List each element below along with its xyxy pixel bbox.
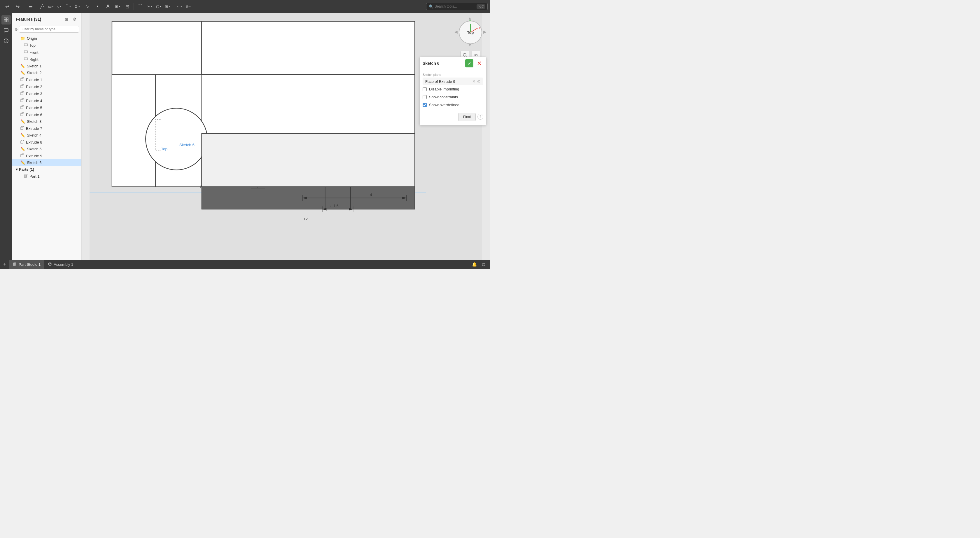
sketch-plane-clear-button[interactable]: ✕ [472,79,476,84]
align-tool-button[interactable]: ⊟ [123,2,132,11]
svg-rect-32 [21,127,23,129]
arc-tool-button[interactable]: ⌒ ▾ [64,2,72,11]
select-tool-button[interactable]: ☰ [26,2,35,11]
feature-item-front[interactable]: Front [12,49,81,56]
tab-assembly[interactable]: Assembly 1 [45,259,77,269]
search-input[interactable] [434,5,476,8]
feature-item-sketch6[interactable]: ✏️ Sketch 6 [12,159,81,166]
bottom-notifications-btn[interactable]: 🔔 [470,260,478,268]
assembly-tab-icon [48,262,52,267]
sketch-icon-2: ✏️ [21,71,25,75]
sidebar-features-icon[interactable] [2,15,11,24]
toolbar: ↩ ↪ ☰ ╱ ▾ ▭ ▾ ○ ▾ ⌒ ▾ ⚙ ▾ ∿ • A ⊞ ▾ ⊟ ⌒ … [0,0,490,13]
filter-input[interactable] [19,25,79,33]
fillet-tool-button[interactable]: ⌒ [135,2,145,11]
feature-item-sketch4[interactable]: ✏️ Sketch 4 [12,132,81,138]
feature-panel-timer-btn[interactable]: ⏱ [71,16,78,23]
final-button[interactable]: Final [458,113,476,121]
pattern-icon: ⬡ [156,5,159,9]
extrude7-label: Extrude 7 [26,126,42,131]
feature-item-extrude4[interactable]: Extrude 4 [12,97,81,104]
disable-imprinting-checkbox[interactable] [423,87,427,91]
sketch-timer-icon[interactable]: ⏱ [477,80,480,84]
extrude-icon-6 [21,112,24,117]
feature-item-extrude2[interactable]: Extrude 2 [12,83,81,90]
text-tool-button[interactable]: A [103,2,113,11]
search-shortcut: ⌥C [477,5,485,9]
feature-item-extrude8[interactable]: Extrude 8 [12,138,81,146]
feature-item-sketch1[interactable]: ✏️ Sketch 1 [12,63,81,70]
bottom-settings-btn[interactable]: ⚖ [479,260,488,268]
extrude4-label: Extrude 4 [26,99,42,103]
disable-imprinting-label: Disable imprinting [429,87,459,91]
feature-item-origin[interactable]: 📁 Origin [12,35,81,42]
part1-label: Part 1 [29,174,40,178]
sketch-confirm-button[interactable]: ✓ [465,59,473,67]
sketch4-label: Sketch 4 [27,133,42,137]
feature-item-sketch5[interactable]: ✏️ Sketch 5 [12,146,81,152]
show-constraints-checkbox[interactable] [423,95,427,99]
feature-item-extrude5[interactable]: Extrude 5 [12,104,81,111]
sidebar-chat-icon[interactable] [2,25,11,35]
line-tool-button[interactable]: ╱ ▾ [39,2,46,11]
dimension-tool-button[interactable]: ↔ ▾ [175,2,183,11]
search-box: 🔍 ⌥C [426,3,488,10]
svg-rect-74 [202,133,415,187]
line-icon: ╱ [40,5,43,9]
show-overdefined-checkbox[interactable] [423,103,427,107]
sidebar-history-icon[interactable] [2,36,11,46]
feature-panel-layout-btn[interactable]: ⊞ [63,16,70,23]
constraint-tool-button[interactable]: ⊕ ▾ [185,2,192,11]
svg-rect-44 [24,175,27,177]
svg-point-56 [146,108,207,170]
undo-button[interactable]: ↩ [2,2,12,11]
point-tool-button[interactable]: • [93,2,102,11]
sketch2-label: Sketch 2 [27,71,42,75]
line-arrow: ▾ [43,5,45,8]
gear-arrow: ▾ [78,5,80,8]
top-label: Top [29,43,36,48]
svg-point-87 [49,263,49,264]
rectangle-tool-button[interactable]: ▭ ▾ [47,2,55,11]
circle-tool-button[interactable]: ○ ▾ [56,2,63,11]
trim-arrow: ▾ [151,5,153,8]
sketch-option-disable-imprinting: Disable imprinting [423,85,483,93]
svg-point-89 [49,264,51,265]
feature-item-right[interactable]: Right [12,56,81,63]
feature-item-extrude7[interactable]: Extrude 7 [12,125,81,132]
feature-item-extrude1[interactable]: Extrude 1 [12,76,81,83]
extrude-icon-7 [21,126,24,131]
svg-rect-2 [4,20,6,22]
svg-rect-5 [24,44,27,46]
spline-tool-button[interactable]: ∿ [82,2,92,11]
add-tab-button[interactable]: + [0,259,10,269]
svg-text:X: X [479,26,481,30]
feature-item-extrude6[interactable]: Extrude 6 [12,111,81,118]
svg-rect-28 [21,113,23,116]
parts-section-toggle[interactable]: ▾ Parts (1) [12,166,81,173]
pattern-tool-button[interactable]: ⬡ ▾ [155,2,162,11]
tab-part-studio[interactable]: Part Studio 1 [10,259,45,269]
feature-item-extrude9[interactable]: Extrude 9 [12,152,81,159]
rect-arrow: ▾ [52,5,54,8]
trim-tool-button[interactable]: ✂ ▾ [146,2,154,11]
help-icon[interactable]: ? [477,114,483,119]
feature-item-sketch2[interactable]: ✏️ Sketch 2 [12,70,81,76]
sketch-cancel-button[interactable]: ✕ [475,59,483,67]
dim-16-val: 1.6 [333,204,338,208]
main-canvas[interactable]: Sketch 6 Top 0.4 4 [82,13,490,259]
feature-item-top[interactable]: Top [12,42,81,49]
feature-item-part1[interactable]: Part 1 [12,173,81,180]
sketch5-label: Sketch 5 [27,147,42,151]
gear-tool-button[interactable]: ⚙ ▾ [73,2,81,11]
transform-tool-button[interactable]: ⊞ ▾ [114,2,121,11]
mirror-tool-button[interactable]: ⊞ ▾ [164,2,171,11]
svg-rect-82 [13,263,16,266]
sketch-icon-5: ✏️ [21,147,25,151]
redo-button[interactable]: ↪ [13,2,22,11]
feature-item-extrude3[interactable]: Extrude 3 [12,90,81,97]
feature-item-sketch3[interactable]: ✏️ Sketch 3 [12,118,81,125]
mirror-icon: ⊞ [165,5,168,9]
origin-label: Origin [27,36,37,41]
sketch3-label: Sketch 3 [27,119,42,124]
